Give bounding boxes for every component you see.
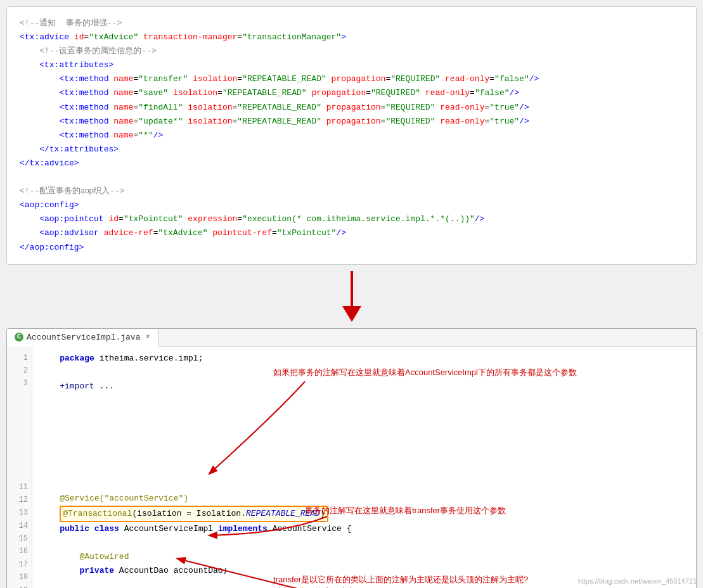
- xml-line-14: <aop:pointcut id="txPointcut" expression…: [20, 212, 683, 226]
- xml-line-7: <tx:method name="findAll" isolation="REP…: [20, 101, 683, 115]
- java-class-icon: C: [15, 333, 23, 342]
- xml-line-5: <tx:method name="transfer" isolation="RE…: [20, 72, 683, 86]
- line-number-gutter: 1 2 3 11 12 13 14 15 16 17 18 ●19 20 21 …: [7, 347, 32, 588]
- code-line-11: @Service("accountService"): [40, 492, 688, 506]
- xml-line-16: </aop:config>: [20, 241, 683, 255]
- code-line-12: @Transactional(isolation = Isolation.REP…: [40, 506, 688, 522]
- code-line-15: @Autowired: [40, 550, 688, 564]
- xml-code-block: <!--通知 事务的增强--> <tx:advice id="txAdvice"…: [6, 6, 697, 265]
- watermark: https://blog.csdn.net/weixin_45014721: [578, 577, 697, 585]
- code-line-13: public class AccountServiceImpl implemen…: [40, 522, 688, 536]
- code-line-6: [40, 421, 688, 435]
- code-line-9: [40, 463, 688, 477]
- code-line-16: private AccountDao accountDao;: [40, 564, 688, 578]
- code-line-3: +import ...: [40, 380, 688, 393]
- close-tab-icon[interactable]: ×: [145, 333, 150, 342]
- xml-line-15: <aop:advisor advice-ref="txAdvice" point…: [20, 226, 683, 240]
- ide-tab-bar: C AccountServiceImpl.java ×: [7, 329, 696, 347]
- xml-line-13: <aop:config>: [20, 198, 683, 212]
- xml-line-2: <tx:advice id="txAdvice" transaction-man…: [20, 30, 683, 44]
- tab-filename: AccountServiceImpl.java: [27, 333, 140, 342]
- code-line-10: [40, 477, 688, 491]
- xml-blank-1: [20, 170, 683, 184]
- xml-line-1: <!--通知 事务的增强-->: [20, 16, 683, 30]
- xml-line-10: </tx:attributes>: [20, 143, 683, 157]
- code-line-5: [40, 407, 688, 421]
- code-line-8: [40, 449, 688, 463]
- xml-line-12: <!--配置事务的aop织入-->: [20, 184, 683, 198]
- xml-line-4: <tx:attributes>: [20, 58, 683, 72]
- code-line-4: [40, 393, 688, 407]
- transition-arrow: [6, 265, 697, 328]
- code-line-14: [40, 536, 688, 550]
- xml-line-9: <tx:method name="*"/>: [20, 129, 683, 143]
- xml-line-6: <tx:method name="save" isolation="REPEAT…: [20, 86, 683, 100]
- ide-code-content: 1 2 3 11 12 13 14 15 16 17 18 ●19 20 21 …: [7, 347, 696, 588]
- xml-line-11: </tx:advice>: [20, 157, 683, 170]
- xml-line-3: <!--设置事务的属性信息的-->: [20, 44, 683, 58]
- code-line-2: [40, 366, 688, 380]
- code-line-7: [40, 435, 688, 449]
- code-line-1: package itheima.service.impl;: [40, 352, 688, 366]
- ide-editor: C AccountServiceImpl.java × 1 2 3 11 12 …: [6, 328, 697, 588]
- xml-line-8: <tx:method name="update*" isolation="REP…: [20, 115, 683, 129]
- ide-tab-accountserviceimpl[interactable]: C AccountServiceImpl.java ×: [7, 329, 158, 347]
- java-code-area: package itheima.service.impl; +import ..…: [32, 347, 696, 588]
